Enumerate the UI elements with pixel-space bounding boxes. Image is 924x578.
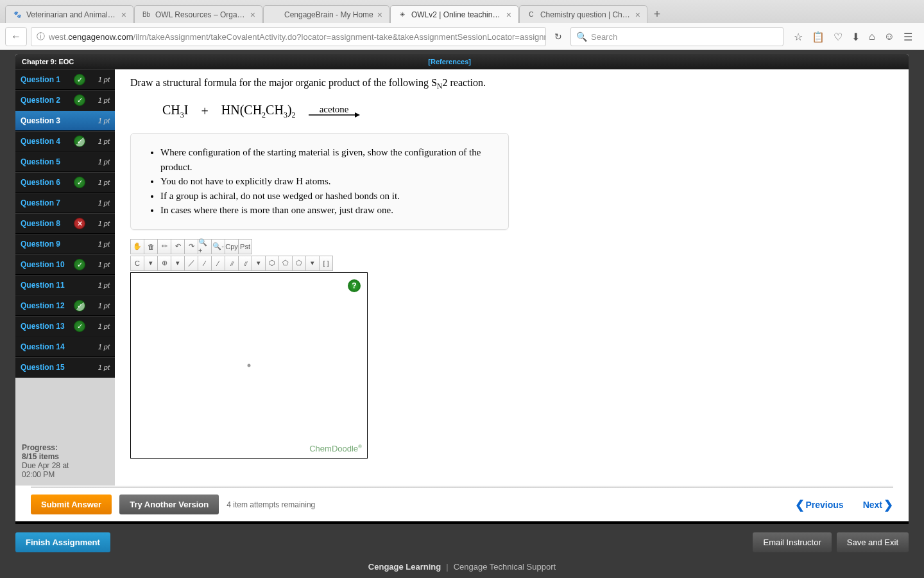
question-item-5[interactable]: Question 51 pt xyxy=(15,152,115,172)
question-item-13[interactable]: Question 13✓1 pt xyxy=(15,316,115,337)
back-button[interactable]: ← xyxy=(5,27,27,46)
sketcher-tool2-0[interactable]: C xyxy=(130,256,144,271)
tab-close-icon[interactable]: × xyxy=(250,10,255,20)
question-item-2[interactable]: Question 2✓1 pt xyxy=(15,90,115,110)
tab-close-icon[interactable]: × xyxy=(121,10,126,20)
sketcher-canvas[interactable]: ? ChemDoodle® xyxy=(130,272,368,459)
instruction-1: You do not have to explicitly draw H ato… xyxy=(160,174,490,189)
browser-tab-3[interactable]: ✳OWLv2 | Online teaching an...× xyxy=(390,5,518,23)
question-item-10[interactable]: Question 10✓1 pt xyxy=(15,254,115,275)
sketcher-help-icon[interactable]: ? xyxy=(348,279,361,292)
question-item-8[interactable]: Question 8✕1 pt xyxy=(15,213,115,234)
question-item-14[interactable]: Question 141 pt xyxy=(15,337,115,357)
workspace: Draw a structural formula for the major … xyxy=(115,69,909,486)
toolbar-icon-5[interactable]: ☺ xyxy=(884,31,894,43)
sketcher-tool1-0[interactable]: ✋ xyxy=(130,239,144,254)
toolbar-icon-4[interactable]: ⌂ xyxy=(869,31,875,43)
question-points: 1 pt xyxy=(92,137,110,145)
question-item-3[interactable]: Question 31 pt xyxy=(15,110,115,131)
sketcher-tool1-6[interactable]: 🔍- xyxy=(211,239,225,254)
tab-close-icon[interactable]: × xyxy=(635,10,640,20)
question-points: 1 pt xyxy=(92,261,110,268)
footer-support-link[interactable]: Cengage Technical Support xyxy=(454,562,556,572)
sketcher-tool1-4[interactable]: ↷ xyxy=(184,239,198,254)
status-wrong-icon: ✕ xyxy=(74,218,85,229)
sketcher-tool2-9[interactable]: ▾ xyxy=(252,256,266,271)
sketcher-tool2-5[interactable]: ∕ xyxy=(198,256,212,271)
sketcher-tool2-8[interactable]: ⫽ xyxy=(238,256,252,271)
tab-close-icon[interactable]: × xyxy=(377,10,382,20)
chapter-title: Chapter 9: EOC xyxy=(22,58,74,66)
email-instructor-button[interactable]: Email Instructor xyxy=(753,532,831,552)
sketcher-tool2-11[interactable]: ⬠ xyxy=(278,256,293,271)
sketcher-tool2-10[interactable]: ⬡ xyxy=(265,256,279,271)
browser-search-box[interactable]: 🔍 Search xyxy=(570,27,783,46)
sketcher-tool2-1[interactable]: ▾ xyxy=(144,256,158,271)
new-tab-button[interactable]: + xyxy=(648,5,666,23)
question-item-11[interactable]: Question 111 pt xyxy=(15,275,115,295)
url-bar[interactable]: ⓘ west.cengagenow.com/ilrn/takeAssignmen… xyxy=(31,27,546,46)
question-points: 1 pt xyxy=(92,281,110,289)
url-path: /ilrn/takeAssignment/takeCovalentActivit… xyxy=(133,32,546,42)
tab-title: Veterinarian and Animal Ho... xyxy=(26,10,117,19)
browser-toolbar-icons: ☆📋♡⬇⌂☺☰ xyxy=(787,31,919,43)
tab-favicon xyxy=(270,10,280,20)
sketcher-tool1-7[interactable]: Cpy xyxy=(225,239,239,254)
footer-brand: Cengage Learning xyxy=(368,562,441,572)
status-check-icon: ✓ xyxy=(74,74,85,85)
sketcher-tool1-1[interactable]: 🗑 xyxy=(144,239,158,254)
tab-favicon: 🐾 xyxy=(12,10,22,20)
question-points: 1 pt xyxy=(92,343,110,351)
action-row: Submit Answer Try Another Version 4 item… xyxy=(15,488,909,521)
sketcher-tool1-2[interactable]: ✏ xyxy=(157,239,171,254)
finish-assignment-button[interactable]: Finish Assignment xyxy=(15,532,110,552)
question-item-15[interactable]: Question 151 pt xyxy=(15,357,115,378)
sketcher-tool2-3[interactable]: ▾ xyxy=(171,256,185,271)
question-item-9[interactable]: Question 91 pt xyxy=(15,234,115,254)
sketcher-tool2-7[interactable]: ⫽ xyxy=(225,256,239,271)
submit-answer-button[interactable]: Submit Answer xyxy=(31,495,112,514)
question-points: 1 pt xyxy=(92,199,110,207)
toolbar-icon-1[interactable]: 📋 xyxy=(812,31,825,43)
question-item-6[interactable]: Question 6✓1 pt xyxy=(15,172,115,193)
tab-close-icon[interactable]: × xyxy=(506,10,511,20)
question-item-7[interactable]: Question 71 pt xyxy=(15,193,115,213)
references-link[interactable]: [References] xyxy=(428,58,471,66)
chem-sketcher: ✋🗑✏↶↷🔍+🔍-CpyPst C▾⊕▾／∕∕⫽⫽▾⬡⬠⬠▾[ ] ? Chem… xyxy=(130,239,368,459)
canvas-seed-atom[interactable] xyxy=(248,363,251,367)
browser-tab-4[interactable]: CChemistry question | Chegg...× xyxy=(519,5,647,23)
browser-tab-0[interactable]: 🐾Veterinarian and Animal Ho...× xyxy=(5,5,133,23)
question-label: Question 7 xyxy=(21,198,74,207)
toolbar-icon-6[interactable]: ☰ xyxy=(903,31,912,43)
sketcher-tool2-2[interactable]: ⊕ xyxy=(157,256,171,271)
sketcher-tool2-13[interactable]: ▾ xyxy=(305,256,320,271)
previous-link[interactable]: ❮Previous xyxy=(795,498,844,512)
sketcher-tool2-4[interactable]: ／ xyxy=(184,256,198,271)
browser-tab-1[interactable]: BbOWL Resources – Organic ...× xyxy=(134,5,262,23)
reload-button[interactable]: ↻ xyxy=(550,31,567,42)
progress-box: Progress: 8/15 items Due Apr 28 at 02:00… xyxy=(15,437,115,486)
sketcher-tool2-14[interactable]: [ ] xyxy=(319,256,333,271)
question-label: Question 10 xyxy=(21,260,74,269)
sketcher-tool2-6[interactable]: ∕ xyxy=(211,256,225,271)
sketcher-tool1-8[interactable]: Pst xyxy=(238,239,252,254)
question-sidebar: Question 1✓1 ptQuestion 2✓1 ptQuestion 3… xyxy=(15,69,115,486)
browser-chrome: 🐾Veterinarian and Animal Ho...×BbOWL Res… xyxy=(0,0,924,50)
sketcher-tool2-12[interactable]: ⬠ xyxy=(292,256,306,271)
status-check-icon: ✓ xyxy=(74,177,85,188)
sketcher-tool1-5[interactable]: 🔍+ xyxy=(198,239,212,254)
question-item-4[interactable]: Question 4✓1 pt xyxy=(15,131,115,152)
question-label: Question 9 xyxy=(21,240,74,249)
sketcher-tool1-3[interactable]: ↶ xyxy=(171,239,185,254)
browser-tab-2[interactable]: CengageBrain - My Home× xyxy=(263,5,389,23)
question-item-12[interactable]: Question 12✓1 pt xyxy=(15,295,115,316)
question-item-1[interactable]: Question 1✓1 pt xyxy=(15,69,115,90)
toolbar-icon-2[interactable]: ♡ xyxy=(834,31,843,43)
tab-title: OWL Resources – Organic ... xyxy=(155,10,246,19)
next-link[interactable]: Next❯ xyxy=(863,498,893,512)
try-another-button[interactable]: Try Another Version xyxy=(119,495,219,514)
save-and-exit-button[interactable]: Save and Exit xyxy=(837,532,909,552)
question-label: Question 6 xyxy=(21,178,74,187)
toolbar-icon-3[interactable]: ⬇ xyxy=(851,31,860,43)
toolbar-icon-0[interactable]: ☆ xyxy=(794,31,803,43)
